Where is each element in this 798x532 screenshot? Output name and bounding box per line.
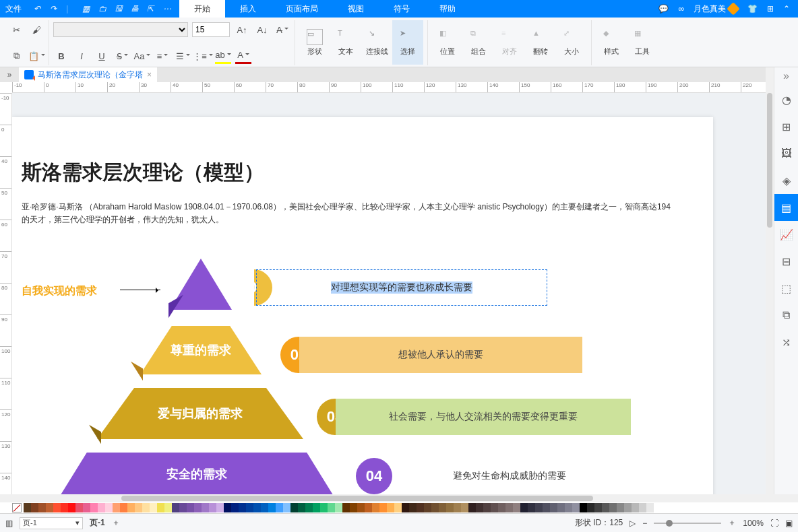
color-swatch[interactable] — [498, 503, 505, 512]
color-swatch[interactable] — [646, 503, 654, 512]
color-swatch[interactable] — [24, 503, 31, 512]
doctabs-more-icon[interactable]: » — [0, 70, 19, 79]
group-button[interactable]: ⧉组合 — [463, 20, 494, 65]
skin-icon[interactable]: 👕 — [747, 4, 758, 13]
valign-button[interactable]: ☰ — [175, 48, 191, 64]
grid-panel-icon[interactable]: ⊞ — [774, 113, 799, 140]
color-swatch[interactable] — [53, 503, 61, 512]
layers-panel-icon[interactable]: ◈ — [774, 167, 799, 194]
connector-button[interactable]: ↘连接线 — [361, 20, 392, 65]
color-swatch[interactable] — [632, 503, 639, 512]
clip-panel-icon[interactable]: ⬚ — [774, 275, 799, 302]
scrollbar-thumb[interactable] — [121, 496, 593, 501]
link-panel-icon[interactable]: ⧉ — [774, 302, 799, 329]
color-swatch[interactable] — [253, 503, 261, 512]
color-swatch[interactable] — [454, 503, 461, 512]
decrease-font-button[interactable]: A↓ — [254, 22, 270, 38]
color-swatch[interactable] — [120, 503, 127, 512]
align-button[interactable]: ≡ — [154, 48, 171, 64]
sidebar-collapse-icon[interactable]: » — [783, 70, 789, 86]
color-swatch[interactable] — [439, 503, 446, 512]
apps-icon[interactable]: ⊞ — [767, 4, 774, 13]
color-swatch[interactable] — [194, 503, 202, 512]
zoom-out-icon[interactable]: − — [642, 519, 647, 528]
color-swatch[interactable] — [268, 503, 276, 512]
color-swatch[interactable] — [150, 503, 157, 512]
color-swatch[interactable] — [520, 503, 528, 512]
color-swatch[interactable] — [357, 503, 365, 512]
color-swatch[interactable] — [654, 503, 661, 512]
color-swatch[interactable] — [224, 503, 231, 512]
color-swatch[interactable] — [580, 503, 587, 512]
color-swatch[interactable] — [38, 503, 46, 512]
color-swatch[interactable] — [75, 503, 83, 512]
vertical-scrollbar[interactable] — [766, 67, 774, 494]
pages-icon[interactable]: ▥ — [5, 519, 13, 528]
color-swatch[interactable] — [505, 503, 513, 512]
color-swatch[interactable] — [261, 503, 268, 512]
color-swatch[interactable] — [113, 503, 120, 512]
align-obj-button[interactable]: ≡对齐 — [494, 20, 525, 65]
style-button[interactable]: ◆样式 — [596, 20, 627, 65]
size-button[interactable]: ⤢大小 — [556, 20, 587, 65]
color-swatch[interactable] — [216, 503, 224, 512]
desc-2[interactable]: 想被他人承认的需要 — [299, 337, 582, 373]
save-icon[interactable]: 🖫 — [115, 4, 124, 13]
color-swatch[interactable] — [90, 503, 98, 512]
export-icon[interactable]: ⇱ — [147, 4, 156, 13]
underline-button[interactable]: U — [94, 48, 110, 64]
color-swatch[interactable] — [609, 503, 617, 512]
color-swatch[interactable] — [535, 503, 543, 512]
color-swatch[interactable] — [365, 503, 372, 512]
fit-page-icon[interactable]: ⛶ — [770, 519, 778, 528]
color-swatch[interactable] — [31, 503, 38, 512]
color-swatch[interactable] — [328, 503, 335, 512]
color-swatch[interactable] — [565, 503, 572, 512]
paste-button[interactable]: 📋 — [28, 48, 44, 64]
color-swatch[interactable] — [624, 503, 632, 512]
color-swatch[interactable] — [424, 503, 431, 512]
color-swatch[interactable] — [594, 503, 602, 512]
bullets-button[interactable]: ⋮≡ — [195, 48, 211, 64]
color-swatch[interactable] — [513, 503, 520, 512]
color-swatch[interactable] — [394, 503, 402, 512]
color-swatch[interactable] — [246, 503, 253, 512]
color-swatch[interactable] — [372, 503, 379, 512]
chart-panel-icon[interactable]: 📈 — [774, 221, 799, 248]
tab-symbol[interactable]: 符号 — [379, 0, 425, 18]
color-swatch[interactable] — [387, 503, 394, 512]
desc-4[interactable]: 避免对生命构成威胁的需要 — [375, 458, 644, 494]
tab-start[interactable]: 开始 — [179, 0, 225, 18]
color-swatch[interactable] — [98, 503, 105, 512]
color-swatch[interactable] — [572, 503, 580, 512]
color-swatch[interactable] — [172, 503, 179, 512]
image-panel-icon[interactable]: 🖼 — [774, 140, 799, 167]
collapse-ribbon-icon[interactable]: ⌃ — [783, 4, 790, 13]
color-swatch[interactable] — [290, 503, 298, 512]
color-swatch[interactable] — [476, 503, 483, 512]
color-swatch[interactable] — [587, 503, 594, 512]
presentation-icon[interactable]: ▷ — [630, 519, 636, 528]
scrollbar-thumb[interactable] — [767, 93, 772, 228]
text-case-button[interactable]: Aa — [134, 48, 150, 64]
color-swatch[interactable] — [105, 503, 113, 512]
color-swatch[interactable] — [187, 503, 194, 512]
print-icon[interactable]: 🖶 — [131, 4, 140, 13]
select-button[interactable]: ➤选择 — [392, 20, 423, 65]
color-swatch[interactable] — [83, 503, 90, 512]
color-swatch[interactable] — [127, 503, 135, 512]
color-swatch[interactable] — [135, 503, 142, 512]
new-icon[interactable]: ▦ — [82, 4, 92, 13]
bold-button[interactable]: B — [53, 48, 69, 64]
color-swatch[interactable] — [305, 503, 313, 512]
close-tab-icon[interactable]: × — [147, 70, 152, 79]
color-swatch[interactable] — [313, 503, 320, 512]
color-swatch[interactable] — [483, 503, 491, 512]
desc-3[interactable]: 社会需要，与他人交流相关的需要变得更重要 — [336, 399, 631, 435]
color-swatch[interactable] — [431, 503, 439, 512]
color-swatch[interactable] — [379, 503, 387, 512]
color-swatch[interactable] — [557, 503, 565, 512]
color-swatch[interactable] — [409, 503, 417, 512]
user-badge[interactable]: 月色真美 — [694, 3, 738, 15]
color-swatch[interactable] — [202, 503, 209, 512]
